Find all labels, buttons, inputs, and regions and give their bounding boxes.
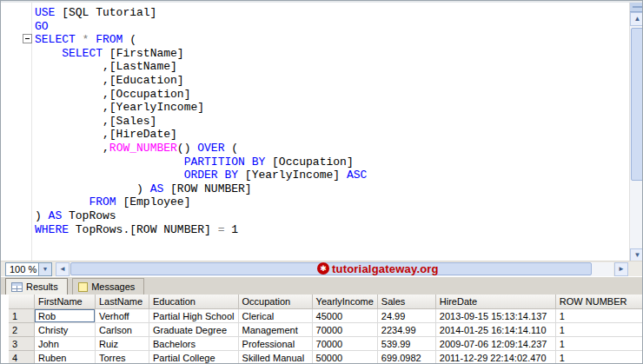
grid-cell[interactable]: Partial College bbox=[149, 351, 239, 364]
grid-cell[interactable]: 539.99 bbox=[378, 337, 436, 351]
code-line: WHERE TopRows.[ROW NUMBER] = 1 bbox=[35, 223, 628, 237]
results-grid-icon bbox=[11, 282, 23, 292]
grid-cell[interactable]: Christy bbox=[35, 323, 96, 337]
grid-cell[interactable]: Skilled Manual bbox=[239, 351, 313, 364]
column-header[interactable]: FirstName bbox=[35, 295, 96, 309]
zoom-dropdown-icon[interactable]: ▼ bbox=[38, 263, 51, 275]
column-header[interactable]: Education bbox=[149, 295, 239, 309]
code-line: ,[LastName] bbox=[35, 60, 628, 74]
scroll-right-icon[interactable]: ► bbox=[614, 262, 628, 276]
grid-cell[interactable]: 2234.99 bbox=[378, 323, 436, 337]
results-table: FirstNameLastNameEducationOccupationYear… bbox=[9, 295, 643, 364]
grid-cell[interactable]: Bachelors bbox=[149, 337, 239, 351]
code-fold-collapse-icon[interactable] bbox=[23, 34, 32, 43]
tab-results-label: Results bbox=[26, 281, 58, 292]
row-header[interactable]: 3 bbox=[9, 337, 35, 351]
scrollbar-corner bbox=[629, 262, 643, 277]
editor-margin bbox=[1, 3, 32, 261]
table-row: 3JohnRuizBachelorsProfessional70000539.9… bbox=[9, 337, 643, 351]
code-area[interactable]: USE [SQL Tutorial]GOSELECT * FROM ( SELE… bbox=[35, 6, 628, 261]
scroll-up-icon[interactable]: ▲ bbox=[630, 12, 643, 26]
grid-cell[interactable]: Rob bbox=[35, 309, 96, 323]
grid-cell[interactable]: Partial High School bbox=[149, 309, 239, 323]
code-line: ,[YearlyIncome] bbox=[35, 101, 628, 115]
tab-messages[interactable]: Messages bbox=[72, 278, 144, 295]
grid-cell[interactable]: 699.0982 bbox=[378, 351, 436, 364]
code-line: ) AS [ROW NUMBER] bbox=[35, 182, 628, 196]
grid-cell[interactable]: 2014-01-25 16:14:14.110 bbox=[436, 323, 556, 337]
tutorialgateway-logo-icon: ✱ bbox=[317, 262, 329, 275]
grid-cell[interactable]: 1 bbox=[556, 351, 643, 364]
grid-cell[interactable]: John bbox=[35, 337, 96, 351]
table-row: 2ChristyCarlsonGraduate DegreeManagement… bbox=[9, 323, 643, 337]
column-header[interactable]: HireDate bbox=[436, 295, 556, 309]
grid-cell[interactable]: 70000 bbox=[313, 323, 378, 337]
results-grid: FirstNameLastNameEducationOccupationYear… bbox=[1, 295, 643, 364]
code-line: FROM [Employee] bbox=[35, 195, 628, 209]
column-header[interactable]: YearlyIncome bbox=[313, 295, 378, 309]
code-line: PARTITION BY [Occupation] bbox=[35, 156, 628, 169]
table-row: 4RubenTorresPartial CollegeSkilled Manua… bbox=[9, 351, 643, 364]
grid-cell[interactable]: 1 bbox=[556, 309, 643, 323]
grid-cell[interactable]: 2009-07-06 12:09:14.237 bbox=[436, 337, 556, 351]
grid-cell[interactable]: Clerical bbox=[239, 309, 313, 323]
row-header[interactable]: 1 bbox=[9, 309, 35, 323]
zoom-selector[interactable]: 100 % ▼ bbox=[5, 262, 52, 276]
table-row: 1RobVerhoffPartial High SchoolClerical45… bbox=[9, 309, 643, 323]
grid-cell[interactable]: 1 bbox=[556, 323, 643, 337]
code-line: ,[Occupation] bbox=[35, 88, 628, 102]
grid-header-row: FirstNameLastNameEducationOccupationYear… bbox=[9, 295, 643, 309]
grid-cell[interactable]: 70000 bbox=[313, 337, 378, 351]
vertical-scroll-thumb[interactable] bbox=[631, 28, 643, 181]
results-tab-bar: Results Messages bbox=[1, 276, 643, 295]
column-header[interactable]: Sales bbox=[378, 295, 436, 309]
grid-cell[interactable]: 50000 bbox=[313, 351, 378, 364]
code-line: ) AS TopRows bbox=[35, 209, 628, 223]
ssms-window: USE [SQL Tutorial]GOSELECT * FROM ( SELE… bbox=[0, 0, 643, 364]
watermark-text: tutorialgateway.org bbox=[332, 262, 439, 275]
code-line: SELECT * FROM ( bbox=[35, 33, 628, 47]
grid-cell[interactable]: 2011-12-29 22:14:02.470 bbox=[436, 351, 556, 364]
column-header[interactable]: Occupation bbox=[239, 295, 313, 309]
grid-cell[interactable]: Torres bbox=[96, 351, 149, 364]
grid-cell[interactable]: 24.99 bbox=[378, 309, 436, 323]
column-header[interactable]: ROW NUMBER bbox=[556, 295, 643, 309]
grid-cell[interactable]: 45000 bbox=[313, 309, 378, 323]
code-line: USE [SQL Tutorial] bbox=[35, 6, 628, 20]
row-header[interactable]: 2 bbox=[9, 323, 35, 337]
grid-cell[interactable]: Ruben bbox=[35, 351, 96, 364]
grid-cell[interactable]: 2013-09-15 15:13:14.137 bbox=[436, 309, 556, 323]
scroll-left-icon[interactable]: ◄ bbox=[56, 262, 70, 276]
grid-cell[interactable]: Ruiz bbox=[96, 337, 149, 351]
splitter-handle-icon[interactable] bbox=[630, 3, 643, 12]
tab-messages-label: Messages bbox=[91, 281, 135, 292]
code-line: SELECT [FirstName] bbox=[35, 47, 628, 61]
code-line: ORDER BY [YearlyIncome] ASC bbox=[35, 169, 628, 182]
code-line: ,ROW_NUMBER() OVER ( bbox=[35, 142, 628, 156]
grid-cell[interactable]: Professional bbox=[239, 337, 313, 351]
code-line: ,[HireDate] bbox=[35, 128, 628, 142]
grid-corner-cell[interactable] bbox=[9, 295, 35, 309]
row-header[interactable]: 4 bbox=[9, 351, 35, 364]
editor-vertical-scrollbar[interactable]: ▲ ▼ bbox=[629, 3, 643, 262]
messages-icon bbox=[78, 282, 88, 292]
code-line: ,[Sales] bbox=[35, 115, 628, 129]
code-line: ,[Education] bbox=[35, 74, 628, 88]
column-header[interactable]: LastName bbox=[96, 295, 149, 309]
grid-cell[interactable]: Verhoff bbox=[96, 309, 149, 323]
grid-body: 1RobVerhoffPartial High SchoolClerical45… bbox=[9, 309, 643, 364]
grid-cell[interactable]: Carlson bbox=[96, 323, 149, 337]
grid-cell[interactable]: Graduate Degree bbox=[149, 323, 239, 337]
tab-results[interactable]: Results bbox=[5, 278, 68, 295]
zoom-value: 100 % bbox=[10, 264, 36, 275]
grid-cell[interactable]: Management bbox=[239, 323, 313, 337]
grid-cell[interactable]: 1 bbox=[556, 337, 643, 351]
sql-editor[interactable]: USE [SQL Tutorial]GOSELECT * FROM ( SELE… bbox=[1, 1, 643, 261]
code-line: GO bbox=[35, 20, 628, 34]
watermark: ✱ tutorialgateway.org bbox=[317, 261, 439, 275]
